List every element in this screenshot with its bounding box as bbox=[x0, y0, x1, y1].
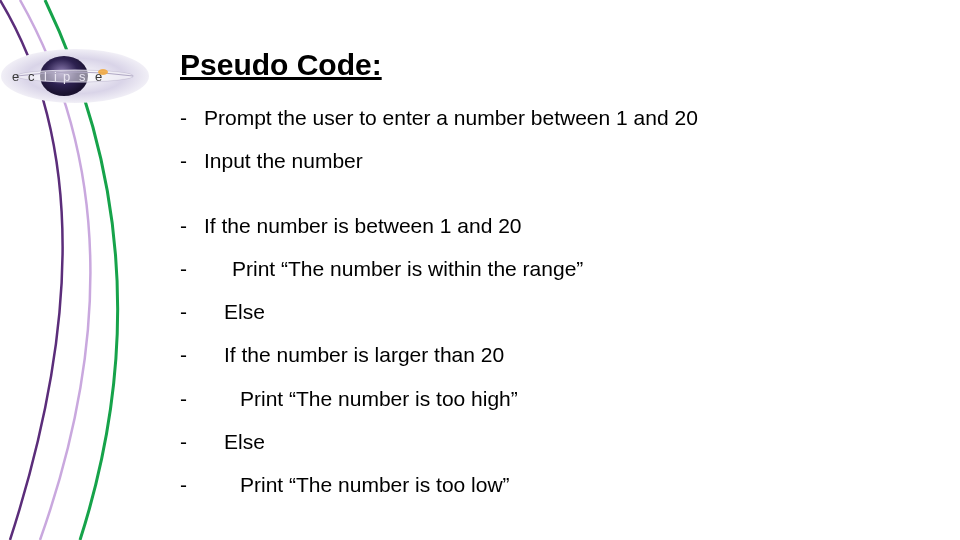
list-item: - Prompt the user to enter a number betw… bbox=[180, 96, 920, 139]
slide-content: Pseudo Code: - Prompt the user to enter … bbox=[180, 48, 920, 506]
svg-text:l: l bbox=[44, 69, 51, 84]
svg-text:p: p bbox=[63, 69, 74, 84]
list-item: - Input the number bbox=[180, 139, 920, 182]
bullet-dash: - bbox=[180, 473, 204, 496]
list-item-text: If the number is between 1 and 20 bbox=[204, 214, 522, 237]
list-item-text: Print “The number is too high” bbox=[204, 387, 518, 410]
svg-text:i: i bbox=[54, 69, 61, 84]
list-item: - If the number is between 1 and 20 bbox=[180, 204, 920, 247]
bullet-dash: - bbox=[180, 343, 204, 366]
bullet-dash: - bbox=[180, 149, 204, 172]
bullet-dash: - bbox=[180, 300, 204, 323]
svg-text:e: e bbox=[12, 69, 23, 84]
eclipse-logo: e c l i p s e bbox=[0, 48, 150, 104]
list-item-text: Else bbox=[204, 300, 265, 323]
list-item: - If the number is larger than 20 bbox=[180, 333, 920, 376]
list-item-text: Input the number bbox=[204, 149, 363, 172]
pseudocode-list: - Prompt the user to enter a number betw… bbox=[180, 96, 920, 506]
svg-text:c: c bbox=[28, 69, 39, 84]
bullet-dash: - bbox=[180, 106, 204, 129]
list-item-text: Else bbox=[204, 430, 265, 453]
bullet-dash: - bbox=[180, 257, 204, 280]
svg-point-11 bbox=[98, 69, 108, 75]
slide-title: Pseudo Code: bbox=[180, 48, 920, 82]
bullet-dash: - bbox=[180, 214, 204, 237]
list-item: - Print “The number is within the range” bbox=[180, 247, 920, 290]
svg-text:s: s bbox=[79, 69, 90, 84]
list-item: - Print “The number is too low” bbox=[180, 463, 920, 506]
list-item-text: Print “The number is within the range” bbox=[204, 257, 583, 280]
list-item: - Else bbox=[180, 420, 920, 463]
list-item: - Else bbox=[180, 290, 920, 333]
list-item-text: If the number is larger than 20 bbox=[204, 343, 504, 366]
bullet-dash: - bbox=[180, 430, 204, 453]
bullet-dash: - bbox=[180, 387, 204, 410]
list-item: - Print “The number is too high” bbox=[180, 377, 920, 420]
list-item-text: Print “The number is too low” bbox=[204, 473, 510, 496]
list-item-text: Prompt the user to enter a number betwee… bbox=[204, 106, 698, 129]
